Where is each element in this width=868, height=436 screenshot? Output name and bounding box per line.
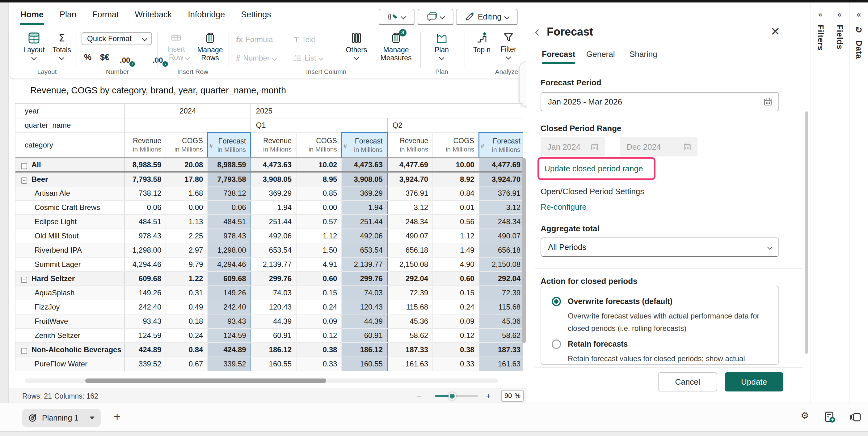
value-cell[interactable]: 738.12 [125, 186, 166, 200]
value-cell[interactable]: 2.97 [166, 243, 208, 257]
row-label[interactable]: PureFlow Water [16, 357, 125, 371]
forecast-cell[interactable]: 656.18 [479, 243, 523, 257]
value-cell[interactable]: 3,908.05 [251, 172, 296, 186]
expand-left-icon[interactable]: « [818, 10, 823, 19]
overwrite-radio[interactable] [552, 297, 561, 306]
value-cell[interactable]: 0.38 [433, 343, 479, 357]
forecast-cell[interactable]: 299.76 [342, 271, 387, 286]
horizontal-scrollbar-thumb[interactable] [85, 378, 326, 383]
filter-button[interactable]: Filter [497, 32, 520, 59]
forecast-cell[interactable]: 187.33 [479, 343, 523, 357]
value-cell[interactable]: 0.06 [125, 200, 166, 214]
row-label[interactable]: FruitWave [16, 314, 125, 328]
value-cell[interactable]: 369.29 [251, 186, 296, 200]
value-cell[interactable]: 4.91 [296, 257, 342, 271]
close-icon[interactable]: ✕ [770, 25, 780, 38]
data-pane-tab[interactable]: « ↻ Data [849, 2, 868, 403]
value-cell[interactable]: 0.24 [166, 328, 208, 343]
forecast-cell[interactable]: 124.59 [208, 328, 250, 343]
value-cell[interactable]: 0.67 [166, 357, 208, 371]
forecast-cell[interactable]: 44.39 [342, 314, 387, 328]
update-closed-period-link[interactable]: Update closed period range [544, 164, 643, 173]
horizontal-scrollbar[interactable] [25, 378, 498, 383]
sheet-tab-caret-icon[interactable] [90, 416, 95, 419]
value-cell[interactable]: 0.12 [296, 328, 342, 343]
value-cell[interactable]: 8,988.59 [125, 158, 166, 172]
forecast-cell[interactable]: 978.43 [208, 229, 250, 243]
text-column-button[interactable]: T Text [294, 35, 315, 44]
value-cell[interactable]: 186.12 [251, 343, 296, 357]
forecast-cell[interactable]: 251.44 [342, 214, 387, 229]
value-cell[interactable]: 242.40 [125, 300, 166, 314]
forecast-cell[interactable]: 0.06 [208, 200, 250, 214]
expand-left-icon[interactable]: « [856, 10, 861, 19]
forecast-cell[interactable]: 738.12 [208, 186, 250, 200]
value-cell[interactable]: 248.34 [388, 214, 433, 229]
value-cell[interactable]: 376.91 [388, 186, 433, 200]
value-cell[interactable]: 0.09 [433, 314, 479, 328]
comments-dropdown[interactable] [417, 9, 454, 25]
collapse-icon[interactable]: − [21, 163, 27, 169]
forecast-column-header[interactable]: #Forecastin Millions [479, 132, 523, 158]
panel-scrollbar-thumb[interactable] [805, 111, 808, 354]
insert-row-button[interactable]: Insert Row [162, 32, 190, 59]
row-label[interactable]: AquaSplash [16, 286, 125, 300]
vertical-scrollbar-thumb[interactable] [522, 158, 526, 343]
forecast-column-header[interactable]: #Forecastin Millions [342, 132, 387, 158]
forecast-cell[interactable]: 609.68 [208, 271, 250, 286]
value-cell[interactable]: 0.18 [166, 314, 208, 328]
percent-format-icon[interactable]: % [84, 53, 91, 62]
value-cell[interactable]: 653.54 [251, 243, 296, 257]
forecast-cell[interactable]: 1,298.00 [208, 243, 250, 257]
zoom-percent-input[interactable]: 90 % [501, 390, 524, 402]
forecast-cell[interactable]: 74.03 [342, 286, 387, 300]
value-cell[interactable]: 0.60 [296, 271, 342, 286]
forecast-cell[interactable]: 4,473.63 [342, 158, 387, 172]
value-cell[interactable]: 0.01 [433, 200, 479, 214]
cogs-column-header[interactable]: COGSin Millions [296, 132, 342, 158]
value-cell[interactable]: 8.92 [433, 172, 479, 186]
value-cell[interactable]: 1.22 [166, 271, 208, 286]
forecast-cell[interactable]: 149.26 [208, 286, 250, 300]
value-cell[interactable]: 10.02 [296, 158, 342, 172]
value-cell[interactable]: 2,139.77 [251, 257, 296, 271]
value-cell[interactable]: 74.03 [251, 286, 296, 300]
row-label[interactable]: −Hard Seltzer [16, 271, 125, 286]
value-cell[interactable]: 60.91 [251, 328, 296, 343]
forecast-period-input[interactable]: Jan 2025 - Mar 2026 [540, 92, 779, 111]
value-cell[interactable]: 149.26 [125, 286, 166, 300]
value-cell[interactable]: 44.39 [251, 314, 296, 328]
value-cell[interactable]: 0.56 [433, 214, 479, 229]
decrease-decimal-icon[interactable]: .00‹ [120, 56, 130, 64]
row-label[interactable]: FizzJoy [16, 300, 125, 314]
layout-button[interactable]: Layout [20, 32, 48, 59]
forecast-cell[interactable]: 45.36 [479, 314, 523, 328]
forecast-cell[interactable]: 1.94 [342, 200, 387, 214]
cancel-button[interactable]: Cancel [658, 372, 717, 391]
forecast-cell[interactable]: 160.55 [342, 357, 387, 371]
value-cell[interactable]: 161.63 [388, 357, 433, 371]
value-cell[interactable]: 8.95 [296, 172, 342, 186]
revenue-column-header[interactable]: Revenuein Millions [251, 132, 296, 158]
formula-button[interactable]: fx Formula [236, 35, 273, 44]
value-cell[interactable]: 0.57 [296, 214, 342, 229]
forecast-cell[interactable]: 186.12 [342, 343, 387, 357]
revenue-column-header[interactable]: Revenuein Millions [125, 132, 166, 158]
value-cell[interactable]: 292.04 [388, 271, 433, 286]
reconfigure-link[interactable]: Re-configure [540, 202, 587, 212]
value-cell[interactable]: 490.07 [388, 229, 433, 243]
value-cell[interactable]: 1.13 [166, 214, 208, 229]
others-button[interactable]: Others [342, 32, 371, 59]
forecast-cell[interactable]: 161.63 [479, 357, 523, 371]
quarter-group-header[interactable]: Q2 [388, 118, 523, 132]
forecast-cell[interactable]: 4,294.46 [208, 257, 250, 271]
tab-sharing[interactable]: Sharing [629, 50, 657, 59]
forecast-column-header[interactable]: #Forecastin Millions [208, 132, 250, 158]
update-button[interactable]: Update [725, 372, 783, 391]
overwrite-option-title[interactable]: Overwrite forecasts (default) [568, 297, 673, 306]
value-cell[interactable]: 1.50 [296, 243, 342, 257]
value-cell[interactable]: 0.00 [166, 200, 208, 214]
collapse-icon[interactable]: − [21, 177, 27, 184]
value-cell[interactable]: 17.80 [166, 172, 208, 186]
zoom-in-button[interactable]: + [486, 391, 491, 401]
